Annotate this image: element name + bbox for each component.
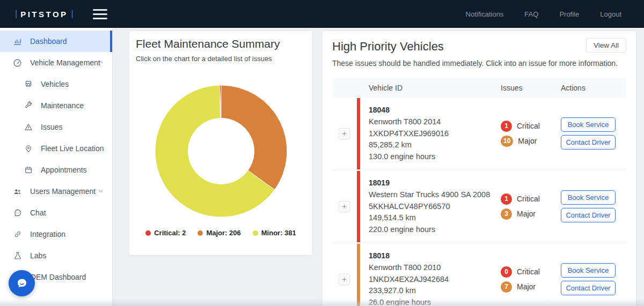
legend-item-critical: Critical: 2	[145, 229, 186, 237]
chat-bubble-icon	[13, 208, 22, 218]
sidebar-item-maintenance[interactable]: Maintenance	[0, 95, 112, 116]
sidebar-item-label: Issues	[41, 123, 62, 131]
sidebar-item-vehicle-management[interactable]: Vehicle Management	[0, 52, 112, 73]
major-label: Major	[518, 137, 537, 145]
logo-text: PITSTOP	[20, 10, 68, 19]
vehicle-icon	[24, 80, 33, 89]
vehicle-odometer: 149,514.5 km	[369, 212, 501, 224]
major-label: Major	[517, 210, 536, 218]
priority-card-title: High Priority Vehicles	[332, 40, 626, 54]
expand-row-button[interactable]: +	[339, 274, 350, 285]
summary-card-title: Fleet Maintenance Summary	[136, 38, 306, 50]
vehicle-model: Western Star Trucks 4900 SA 2008	[369, 189, 501, 201]
calendar-icon	[24, 166, 33, 175]
expand-row-button[interactable]: +	[339, 128, 350, 139]
flask-icon	[13, 251, 22, 260]
gauge-icon	[13, 58, 22, 68]
chat-widget-button[interactable]	[9, 270, 35, 296]
vehicle-engine-hours: 220.0 engine hours	[369, 224, 501, 236]
priority-card-subtitle: These issues should be handled immediate…	[332, 59, 626, 68]
warning-triangle-icon	[24, 123, 33, 132]
sidebar-item-label: Vehicle Management	[30, 58, 100, 67]
sidebar-item-label: Vehicles	[41, 80, 69, 88]
critical-label: Critical	[517, 122, 540, 130]
sidebar-item-label: Fleet Live Location	[41, 144, 104, 153]
sidebar-item-label: Integration	[30, 230, 65, 238]
vehicle-id: 18048	[369, 105, 501, 116]
column-issues: Issues	[501, 84, 561, 92]
sidebar-item-fleet-live-location[interactable]: Fleet Live Location	[0, 138, 112, 159]
vehicle-engine-hours: 26.0 engine hours	[369, 297, 501, 306]
major-count-badge: 3	[501, 208, 512, 220]
logo-pipe-right: |	[71, 9, 74, 19]
vehicle-odometer: 233,927.0 km	[369, 285, 501, 297]
table-header: Vehicle ID Issues Actions	[332, 78, 626, 98]
major-count-badge: 7	[501, 281, 512, 293]
sidebar-item-integration[interactable]: Integration	[0, 223, 112, 245]
sidebar-item-label: Appointments	[41, 166, 87, 174]
book-service-button[interactable]: Book Service	[561, 263, 616, 278]
critical-dot-icon	[145, 230, 151, 236]
nav-link-profile[interactable]: Profile	[559, 10, 579, 18]
column-vehicle-id: Vehicle ID	[360, 84, 501, 92]
critical-label: Critical	[517, 267, 540, 276]
expand-row-button[interactable]: +	[339, 201, 350, 212]
critical-count-badge: 1	[501, 193, 512, 205]
sidebar-item-vehicles[interactable]: Vehicles	[0, 73, 112, 95]
navbar-links: Notifications FAQ Profile Logout	[466, 10, 621, 18]
contact-driver-button[interactable]: Contact Driver	[561, 208, 616, 222]
minor-dot-icon	[253, 230, 258, 236]
top-navbar: | PITSTOP | Notifications FAQ Profile Lo…	[0, 0, 644, 28]
sidebar-item-label: Dashboard	[30, 37, 67, 46]
donut-chart[interactable]	[150, 80, 292, 222]
vehicle-row[interactable]: + 18048 Kenworth T800 2014 1XKDP4TXXEJ96…	[332, 98, 626, 170]
link-icon	[13, 230, 22, 239]
vehicle-vin: 5KKHALCV48PY66570	[369, 201, 501, 213]
chart-legend: Critical: 2 Major: 206 Minor: 381	[136, 229, 306, 237]
messenger-icon	[14, 275, 30, 292]
sidebar-item-label: OEM Dashboard	[30, 273, 86, 281]
critical-count-badge: 1	[501, 121, 512, 132]
vehicle-id: 18018	[369, 250, 501, 262]
hamburger-menu-icon[interactable]	[93, 9, 107, 19]
column-actions: Actions	[561, 84, 627, 92]
vehicle-vin: 1NKDX4EX2AJ942684	[369, 274, 501, 286]
book-service-button[interactable]: Book Service	[561, 117, 616, 132]
chevron-down-icon[interactable]	[98, 187, 104, 196]
logo-pipe-left: |	[15, 9, 17, 19]
vehicle-model: Kenworth T800 2010	[369, 262, 501, 274]
sidebar-item-issues[interactable]: Issues	[0, 116, 112, 138]
contact-driver-button[interactable]: Contact Driver	[561, 135, 616, 150]
sidebar-item-label: Chat	[30, 208, 46, 217]
sidebar-item-users-management[interactable]: Users Management	[0, 181, 112, 202]
sidebar-item-labs[interactable]: Labs	[0, 245, 112, 266]
vehicle-engine-hours: 130.0 engine hours	[369, 151, 501, 163]
fleet-maintenance-summary-card: Fleet Maintenance Summary Click on the c…	[129, 31, 313, 256]
contact-driver-button[interactable]: Contact Driver	[561, 281, 616, 295]
sidebar-item-chat[interactable]: Chat	[0, 202, 112, 223]
book-service-button[interactable]: Book Service	[561, 190, 616, 205]
legend-item-major: Major: 206	[197, 229, 240, 237]
vehicle-vin: 1XKDP4TXXEJ969016	[369, 128, 501, 140]
pitstop-logo: | PITSTOP |	[15, 9, 74, 19]
sidebar-item-label: Users Management	[30, 187, 96, 196]
sidebar-item-label: Maintenance	[41, 101, 84, 110]
sidebar-item-appointments[interactable]: Appointments	[0, 159, 112, 181]
sidebar-item-dashboard[interactable]: Dashboard	[0, 31, 112, 52]
critical-label: Critical	[517, 195, 540, 203]
vehicle-row[interactable]: + 18018 Kenworth T800 2010 1NKDX4EX2AJ94…	[332, 243, 626, 306]
vehicle-row[interactable]: + 18019 Western Star Trucks 4900 SA 2008…	[332, 170, 626, 243]
view-all-button[interactable]: View All	[586, 38, 626, 53]
vehicle-model: Kenworth T800 2014	[369, 116, 501, 128]
nav-link-logout[interactable]: Logout	[600, 10, 621, 18]
legend-item-minor: Minor: 381	[253, 229, 296, 237]
summary-card-subtitle: Click on the chart for a detailed list o…	[136, 55, 306, 63]
vehicle-id: 18019	[369, 177, 501, 189]
bar-chart-icon	[13, 37, 22, 46]
nav-link-notifications[interactable]: Notifications	[466, 10, 504, 18]
chevron-up-icon[interactable]	[98, 58, 104, 67]
critical-count-badge: 0	[501, 266, 512, 278]
nav-link-faq[interactable]: FAQ	[524, 10, 538, 18]
high-priority-vehicles-card: High Priority Vehicles View All These is…	[322, 31, 636, 306]
major-count-badge: 10	[501, 136, 513, 147]
